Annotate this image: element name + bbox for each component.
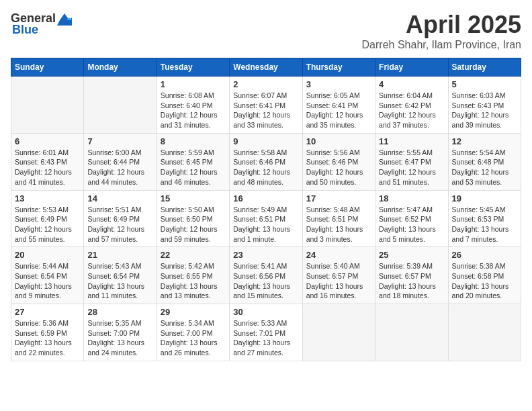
day-number: 13 [15,193,80,203]
weekday-header: Sunday [11,58,84,77]
day-info: Sunrise: 5:49 AM Sunset: 6:51 PM Dayligh… [233,205,298,244]
day-number: 17 [306,193,371,203]
calendar-week-row: 6Sunrise: 6:01 AM Sunset: 6:43 PM Daylig… [11,133,521,190]
calendar-cell [84,77,157,134]
day-info: Sunrise: 5:55 AM Sunset: 6:47 PM Dayligh… [379,148,444,187]
calendar-cell: 24Sunrise: 5:40 AM Sunset: 6:57 PM Dayli… [302,247,375,304]
calendar-cell: 16Sunrise: 5:49 AM Sunset: 6:51 PM Dayli… [230,190,302,247]
day-info: Sunrise: 5:35 AM Sunset: 7:00 PM Dayligh… [87,318,152,358]
day-info: Sunrise: 5:59 AM Sunset: 6:45 PM Dayligh… [161,148,226,187]
calendar-week-row: 1Sunrise: 6:08 AM Sunset: 6:40 PM Daylig… [11,77,521,134]
calendar-cell: 6Sunrise: 6:01 AM Sunset: 6:43 PM Daylig… [11,133,84,190]
calendar-header-row: SundayMondayTuesdayWednesdayThursdayFrid… [11,58,521,77]
day-info: Sunrise: 6:00 AM Sunset: 6:44 PM Dayligh… [87,148,152,187]
calendar-cell: 15Sunrise: 5:50 AM Sunset: 6:50 PM Dayli… [157,190,229,247]
day-info: Sunrise: 6:03 AM Sunset: 6:43 PM Dayligh… [452,91,517,130]
day-number: 1 [161,79,226,89]
day-number: 12 [452,136,517,146]
day-info: Sunrise: 5:48 AM Sunset: 6:51 PM Dayligh… [306,205,371,244]
calendar-cell: 2Sunrise: 6:07 AM Sunset: 6:41 PM Daylig… [230,77,302,134]
day-info: Sunrise: 5:38 AM Sunset: 6:58 PM Dayligh… [452,261,517,301]
day-info: Sunrise: 5:50 AM Sunset: 6:50 PM Dayligh… [161,205,226,244]
day-info: Sunrise: 5:51 AM Sunset: 6:49 PM Dayligh… [87,205,152,244]
day-number: 23 [233,250,298,260]
calendar-cell: 21Sunrise: 5:43 AM Sunset: 6:54 PM Dayli… [84,247,157,304]
calendar-table: SundayMondayTuesdayWednesdayThursdayFrid… [11,58,521,361]
day-number: 30 [233,307,298,317]
calendar-cell: 20Sunrise: 5:44 AM Sunset: 6:54 PM Dayli… [11,247,84,304]
day-number: 8 [161,136,226,146]
day-number: 25 [379,250,444,260]
calendar-cell: 22Sunrise: 5:42 AM Sunset: 6:55 PM Dayli… [157,247,229,304]
day-info: Sunrise: 5:33 AM Sunset: 7:01 PM Dayligh… [233,318,298,358]
weekday-header: Monday [84,58,157,77]
calendar-cell [302,304,375,361]
calendar-cell: 27Sunrise: 5:36 AM Sunset: 6:59 PM Dayli… [11,304,84,361]
weekday-header: Thursday [302,58,375,77]
day-number: 9 [233,136,298,146]
calendar-cell: 18Sunrise: 5:47 AM Sunset: 6:52 PM Dayli… [375,190,448,247]
day-info: Sunrise: 5:43 AM Sunset: 6:54 PM Dayligh… [87,261,152,301]
day-number: 28 [87,307,152,317]
day-info: Sunrise: 6:07 AM Sunset: 6:41 PM Dayligh… [233,91,298,130]
day-info: Sunrise: 5:44 AM Sunset: 6:54 PM Dayligh… [15,261,80,301]
day-info: Sunrise: 5:45 AM Sunset: 6:53 PM Dayligh… [452,205,517,244]
day-info: Sunrise: 5:58 AM Sunset: 6:46 PM Dayligh… [233,148,298,187]
day-number: 19 [452,193,517,203]
day-number: 3 [306,79,371,89]
calendar-cell: 13Sunrise: 5:53 AM Sunset: 6:49 PM Dayli… [11,190,84,247]
title-area: April 2025 Darreh Shahr, Ilam Province, … [362,11,521,51]
calendar-week-row: 20Sunrise: 5:44 AM Sunset: 6:54 PM Dayli… [11,247,521,304]
weekday-header: Wednesday [230,58,302,77]
calendar-cell: 10Sunrise: 5:56 AM Sunset: 6:46 PM Dayli… [302,133,375,190]
calendar-cell: 11Sunrise: 5:55 AM Sunset: 6:47 PM Dayli… [375,133,448,190]
day-info: Sunrise: 5:39 AM Sunset: 6:57 PM Dayligh… [379,261,444,301]
calendar-cell [11,77,84,134]
day-number: 6 [15,136,80,146]
calendar-cell: 4Sunrise: 6:04 AM Sunset: 6:42 PM Daylig… [375,77,448,134]
calendar-cell: 17Sunrise: 5:48 AM Sunset: 6:51 PM Dayli… [302,190,375,247]
day-info: Sunrise: 6:04 AM Sunset: 6:42 PM Dayligh… [379,91,444,130]
logo-blue-text: Blue [12,23,38,37]
day-info: Sunrise: 5:41 AM Sunset: 6:56 PM Dayligh… [233,261,298,301]
calendar-cell: 30Sunrise: 5:33 AM Sunset: 7:01 PM Dayli… [230,304,302,361]
day-info: Sunrise: 5:56 AM Sunset: 6:46 PM Dayligh… [306,148,371,187]
day-number: 7 [87,136,152,146]
calendar-cell: 19Sunrise: 5:45 AM Sunset: 6:53 PM Dayli… [448,190,521,247]
calendar-cell: 29Sunrise: 5:34 AM Sunset: 7:00 PM Dayli… [157,304,229,361]
day-info: Sunrise: 5:40 AM Sunset: 6:57 PM Dayligh… [306,261,371,301]
sub-title: Darreh Shahr, Ilam Province, Iran [362,39,521,51]
day-number: 15 [161,193,226,203]
day-info: Sunrise: 5:53 AM Sunset: 6:49 PM Dayligh… [15,205,80,244]
calendar-cell: 7Sunrise: 6:00 AM Sunset: 6:44 PM Daylig… [84,133,157,190]
calendar-cell: 8Sunrise: 5:59 AM Sunset: 6:45 PM Daylig… [157,133,229,190]
calendar-cell [375,304,448,361]
day-info: Sunrise: 5:54 AM Sunset: 6:48 PM Dayligh… [452,148,517,187]
weekday-header: Saturday [448,58,521,77]
day-number: 20 [15,250,80,260]
calendar-cell: 23Sunrise: 5:41 AM Sunset: 6:56 PM Dayli… [230,247,302,304]
logo-icon [57,11,72,26]
day-info: Sunrise: 6:01 AM Sunset: 6:43 PM Dayligh… [15,148,80,187]
day-number: 27 [15,307,80,317]
calendar-cell [448,304,521,361]
calendar-week-row: 13Sunrise: 5:53 AM Sunset: 6:49 PM Dayli… [11,190,521,247]
day-info: Sunrise: 5:34 AM Sunset: 7:00 PM Dayligh… [161,318,226,358]
weekday-header: Tuesday [157,58,229,77]
day-number: 18 [379,193,444,203]
day-number: 16 [233,193,298,203]
calendar-cell: 5Sunrise: 6:03 AM Sunset: 6:43 PM Daylig… [448,77,521,134]
day-number: 29 [161,307,226,317]
logo: General Blue [11,11,72,37]
calendar-cell: 28Sunrise: 5:35 AM Sunset: 7:00 PM Dayli… [84,304,157,361]
calendar-cell: 9Sunrise: 5:58 AM Sunset: 6:46 PM Daylig… [230,133,302,190]
main-title: April 2025 [362,11,521,39]
day-number: 5 [452,79,517,89]
day-number: 14 [87,193,152,203]
day-number: 26 [452,250,517,260]
day-number: 24 [306,250,371,260]
weekday-header: Friday [375,58,448,77]
calendar-cell: 14Sunrise: 5:51 AM Sunset: 6:49 PM Dayli… [84,190,157,247]
calendar-cell: 12Sunrise: 5:54 AM Sunset: 6:48 PM Dayli… [448,133,521,190]
day-number: 4 [379,79,444,89]
